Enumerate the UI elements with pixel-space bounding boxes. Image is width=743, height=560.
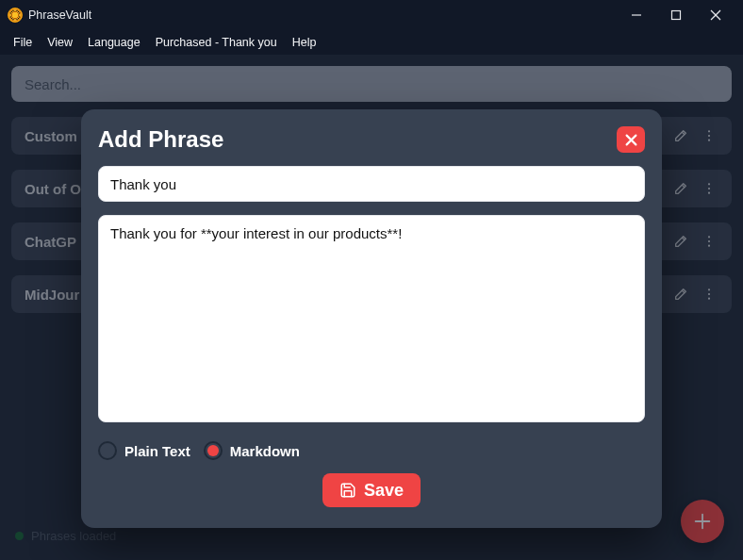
title-bar-left: PhraseVault xyxy=(8,8,91,23)
close-window-button[interactable] xyxy=(696,0,735,30)
modal-header: Add Phrase xyxy=(98,126,645,153)
close-icon xyxy=(625,134,637,146)
format-plain-label: Plain Text xyxy=(124,443,190,459)
maximize-button[interactable] xyxy=(656,0,696,30)
menu-file[interactable]: File xyxy=(6,33,40,52)
format-markdown-option[interactable]: Markdown xyxy=(204,441,300,460)
menu-purchased[interactable]: Purchased - Thank you xyxy=(148,33,285,52)
menu-language[interactable]: Language xyxy=(80,33,148,52)
svg-rect-1 xyxy=(672,11,681,20)
save-label: Save xyxy=(364,481,404,501)
window-controls xyxy=(617,0,735,30)
modal-title: Add Phrase xyxy=(98,126,223,153)
radio-icon xyxy=(204,441,223,460)
title-bar: PhraseVault xyxy=(0,0,743,30)
minimize-icon xyxy=(631,9,642,21)
add-phrase-modal: Add Phrase Plain Text Markdown Save xyxy=(81,109,662,528)
radio-selected-icon xyxy=(207,445,219,456)
maximize-icon xyxy=(670,9,682,21)
modal-close-button[interactable] xyxy=(617,126,645,153)
format-markdown-label: Markdown xyxy=(230,443,300,459)
app-title: PhraseVault xyxy=(28,8,91,22)
minimize-button[interactable] xyxy=(617,0,656,30)
menu-bar: File View Language Purchased - Thank you… xyxy=(0,30,743,55)
menu-view[interactable]: View xyxy=(40,33,80,52)
save-icon xyxy=(339,482,356,499)
menu-help[interactable]: Help xyxy=(285,33,324,52)
phrase-title-input[interactable] xyxy=(98,166,645,202)
radio-icon xyxy=(98,441,117,460)
app-icon xyxy=(8,8,23,23)
save-button[interactable]: Save xyxy=(322,473,421,507)
close-icon xyxy=(710,9,721,21)
phrase-body-textarea[interactable] xyxy=(98,215,645,422)
format-plain-option[interactable]: Plain Text xyxy=(98,441,190,460)
format-radio-group: Plain Text Markdown xyxy=(98,441,645,460)
modal-footer: Save xyxy=(98,473,645,507)
